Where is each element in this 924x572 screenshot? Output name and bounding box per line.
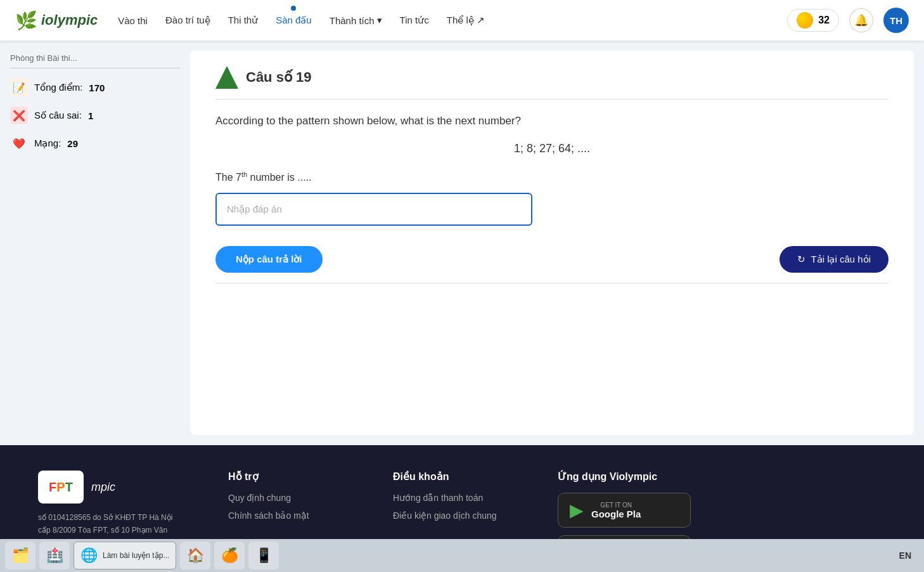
reload-icon: ↻: [797, 254, 805, 265]
taskbar-language: EN: [899, 550, 919, 561]
sup-text: th: [241, 171, 247, 178]
question-text: According to the pattern shown below, wh…: [215, 112, 889, 129]
sequence-display: 1; 8; 27; 64; ....: [215, 142, 889, 155]
taskbar: 🗂️ 🏥 🌐 Làm bài luyện tập... 🏠 🍊 📱 EN: [0, 539, 924, 572]
fpt-t: T: [65, 480, 73, 495]
footer-link-dieu-kien[interactable]: Điều kiện giao dịch chung: [393, 510, 507, 521]
navbar-links: Vào thi Đào trí tuệ Thi thử Sàn đấu Thàn…: [118, 15, 787, 26]
footer-logo: FPT mpic: [38, 471, 177, 504]
lives-label: Mạng:: [34, 138, 61, 149]
question-area: Câu số 19 According to the pattern shown…: [190, 51, 914, 435]
taskbar-browser-label: Làm bài luyện tập...: [103, 551, 169, 560]
fpt-logo-icon: FPT: [38, 471, 84, 504]
sidebar: Phòng thi Bài thi... 📝 Tổng điểm: 170 ❌ …: [0, 41, 190, 445]
taskbar-item-health[interactable]: 🏥: [39, 542, 70, 569]
submit-button[interactable]: Nộp câu trả lời: [215, 246, 323, 273]
sub-q-pre: The 7: [215, 172, 241, 183]
nav-san-dau[interactable]: Sàn đấu: [276, 15, 312, 26]
taskbar-item-orange[interactable]: 🍊: [214, 542, 245, 569]
score-badge: 32: [787, 9, 839, 32]
footer-link-huong-dan[interactable]: Hướng dẫn thanh toán: [393, 493, 507, 503]
main-wrapper: Phòng thi Bài thi... 📝 Tổng điểm: 170 ❌ …: [0, 41, 924, 445]
bell-button[interactable]: 🔔: [849, 8, 873, 32]
footer-terms-title: Điều khoản: [393, 471, 507, 483]
navbar: 🌿 iolympic Vào thi Đào trí tuệ Thi thử S…: [0, 0, 924, 41]
sidebar-score: 📝 Tổng điểm: 170: [10, 79, 180, 96]
wrong-icon: ❌: [10, 107, 28, 124]
taskbar-item-home[interactable]: 🏠: [180, 542, 210, 569]
answer-input[interactable]: [215, 193, 532, 226]
breadcrumb: Phòng thi Bài thi...: [10, 53, 180, 68]
taskbar-item-files[interactable]: 🗂️: [5, 542, 35, 569]
nav-thanh-tich[interactable]: Thành tích ▾: [330, 15, 382, 26]
google-play-icon: ▶: [570, 500, 584, 521]
lives-value: 29: [67, 138, 78, 149]
sub-question-text: The 7th number is .....: [215, 171, 889, 183]
nav-dao-tri-tue[interactable]: Đào trí tuệ: [165, 15, 210, 26]
taskbar-item-app[interactable]: 📱: [248, 542, 279, 569]
google-play-button[interactable]: ▶ GET IT ON Google Pla: [558, 493, 691, 528]
navbar-right: 32 🔔 TH: [787, 8, 909, 33]
avatar-button[interactable]: TH: [883, 8, 909, 33]
score-label: Tổng điểm:: [34, 82, 82, 93]
logo-icon: 🌿: [15, 10, 37, 31]
nav-tin-tuc[interactable]: Tin tức: [400, 15, 429, 26]
question-header: Câu số 19: [215, 66, 889, 100]
score-icon: 📝: [10, 79, 28, 96]
reload-label: Tải lại câu hỏi: [811, 254, 871, 265]
footer-link-chinh-sach[interactable]: Chính sách bảo mật: [228, 510, 342, 521]
taskbar-item-browser[interactable]: 🌐 Làm bài luyện tập...: [74, 542, 176, 569]
footer-link-quy-dinh[interactable]: Quy định chung: [228, 493, 342, 503]
question-triangle-icon: [215, 66, 238, 89]
nav-vao-thi[interactable]: Vào thi: [118, 15, 148, 26]
google-play-text: GET IT ON Google Pla: [591, 502, 641, 519]
score-value: 32: [818, 15, 830, 26]
logo[interactable]: 🌿 iolympic: [15, 10, 98, 31]
heart-icon: ❤️: [10, 134, 28, 152]
sidebar-lives: ❤️ Mạng: 29: [10, 134, 180, 152]
wrong-value: 1: [88, 110, 93, 121]
sub-q-post: number is .....: [247, 172, 311, 183]
browser-icon: 🌐: [80, 547, 98, 564]
fpt-f: F: [49, 480, 56, 495]
question-number: Câu số 19: [246, 69, 312, 86]
footer-support-title: Hỗ trợ: [228, 471, 342, 483]
fpt-p: P: [56, 480, 65, 495]
footer-brand-name: mpic: [91, 481, 115, 494]
nav-thi-thu[interactable]: Thi thử: [228, 15, 259, 26]
reload-button[interactable]: ↻ Tải lại câu hỏi: [780, 246, 889, 273]
coin-icon: [797, 12, 813, 29]
avatar-label: TH: [890, 15, 902, 26]
logo-text: iolympic: [41, 12, 98, 29]
action-row: Nộp câu trả lời ↻ Tải lại câu hỏi: [215, 246, 889, 283]
bell-icon: 🔔: [854, 13, 868, 27]
footer-app-title: Ứng dụng Violympic: [558, 471, 697, 483]
sidebar-wrong: ❌ Số câu sai: 1: [10, 107, 180, 124]
wrong-label: Số câu sai:: [34, 110, 82, 121]
score-value: 170: [89, 82, 105, 93]
nav-the-le[interactable]: Thể lệ ↗: [447, 15, 485, 26]
